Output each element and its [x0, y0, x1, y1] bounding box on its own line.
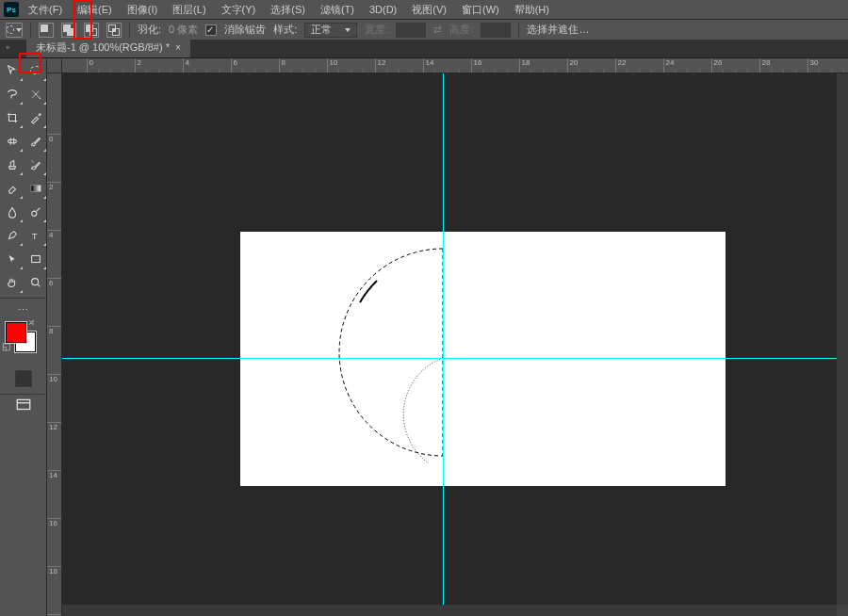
menu-image[interactable]: 图像(I): [122, 1, 163, 19]
menu-3d[interactable]: 3D(D): [364, 2, 402, 17]
separator: [30, 23, 31, 38]
style-dropdown[interactable]: 正常: [304, 23, 357, 38]
selection-add-button[interactable]: [61, 23, 76, 38]
selection-new-button[interactable]: [39, 23, 54, 38]
tools-panel: T ⋯ ⤭ ◱: [0, 58, 47, 616]
svg-point-2: [31, 211, 36, 216]
app-icon-ps: Ps: [4, 2, 19, 17]
separator: [129, 23, 130, 38]
canvas-area: 02468101214161820222426283032: [62, 58, 848, 616]
document-tab-bar: » 未标题-1 @ 100%(RGB/8#) * ×: [0, 40, 848, 58]
pen-tool[interactable]: [0, 223, 24, 247]
eraser-tool[interactable]: [0, 176, 24, 200]
menu-edit[interactable]: 编辑(E): [72, 1, 118, 19]
gradient-tool[interactable]: [24, 176, 47, 200]
menu-select[interactable]: 选择(S): [265, 1, 311, 19]
history-brush-tool[interactable]: [24, 153, 47, 176]
horizontal-guide[interactable]: [62, 358, 848, 359]
width-label: 宽度:: [365, 23, 388, 37]
quick-selection-tool[interactable]: [24, 82, 47, 105]
menu-bar: Ps 文件(F) 编辑(E) 图像(I) 图层(L) 文字(Y) 选择(S) 滤…: [0, 0, 848, 19]
menu-filter[interactable]: 滤镜(T): [315, 1, 360, 19]
menu-view[interactable]: 视图(V): [406, 1, 452, 19]
spot-healing-tool[interactable]: [0, 129, 24, 153]
eyedropper-tool[interactable]: [24, 105, 47, 129]
selection-marquee-large-arc: [339, 249, 443, 456]
selection-marquee-small-arc: [403, 358, 443, 463]
hand-tool[interactable]: [0, 270, 24, 294]
current-tool-preset[interactable]: [6, 23, 23, 38]
blur-tool[interactable]: [0, 200, 24, 223]
chevron-down-icon: [345, 28, 351, 32]
brush-tool[interactable]: [24, 129, 47, 153]
default-colors-icon[interactable]: ◱: [2, 341, 10, 351]
menu-layer[interactable]: 图层(L): [167, 1, 211, 19]
type-tool[interactable]: T: [24, 223, 47, 247]
selection-intersect-button[interactable]: [106, 23, 122, 38]
screen-mode-button[interactable]: [0, 394, 46, 415]
feather-value[interactable]: 0 像素: [169, 23, 198, 37]
antialias-label: 消除锯齿: [224, 23, 266, 37]
foreground-color-swatch[interactable]: [6, 322, 26, 343]
elliptical-marquee-tool[interactable]: [24, 58, 47, 82]
crop-tool[interactable]: [0, 105, 24, 129]
antialias-checkbox[interactable]: [205, 24, 217, 36]
main-area: T ⋯ ⤭ ◱ 0246810121416182022 024681012141…: [0, 58, 848, 616]
height-label: 高度:: [449, 23, 473, 37]
style-value: 正常: [311, 23, 332, 37]
vertical-guide[interactable]: [443, 73, 444, 616]
document-tab-title: 未标题-1 @ 100%(RGB/8#) *: [36, 41, 170, 55]
menu-help[interactable]: 帮助(H): [509, 1, 555, 19]
path-selection-tool[interactable]: [0, 247, 24, 270]
ruler-origin-corner[interactable]: [47, 58, 62, 73]
svg-text:T: T: [31, 230, 37, 240]
dodge-tool[interactable]: [24, 200, 47, 223]
clone-stamp-tool[interactable]: [0, 153, 24, 176]
horizontal-ruler[interactable]: 02468101214161820222426283032: [62, 58, 848, 73]
menu-type[interactable]: 文字(Y): [216, 1, 262, 19]
menu-window[interactable]: 窗口(W): [456, 1, 505, 19]
color-swatches: ⤭ ◱: [0, 318, 46, 367]
path-stroke-segment: [360, 281, 377, 302]
swap-wh-icon: ⇄: [433, 24, 442, 36]
canvas-viewport[interactable]: [62, 73, 848, 616]
document-tab[interactable]: 未标题-1 @ 100%(RGB/8#) * ×: [26, 38, 190, 57]
select-and-mask-button[interactable]: 选择并遮住…: [527, 23, 589, 37]
separator: [518, 23, 519, 38]
quick-mask-toggle[interactable]: [0, 367, 46, 390]
swap-colors-icon[interactable]: ⤭: [28, 318, 35, 327]
options-bar: 羽化: 0 像素 消除锯齿 样式: 正常 宽度: ⇄ 高度: 选择并遮住…: [0, 19, 848, 40]
style-label: 样式:: [273, 23, 297, 37]
svg-rect-6: [17, 399, 30, 409]
chevron-down-icon: [16, 28, 22, 32]
panel-collapse-icon[interactable]: »: [6, 43, 9, 52]
vertical-ruler[interactable]: 0246810121416182022: [47, 58, 62, 616]
zoom-tool[interactable]: [24, 270, 47, 294]
svg-point-5: [31, 278, 38, 284]
edit-toolbar-button[interactable]: ⋯: [0, 302, 46, 318]
lasso-tool[interactable]: [0, 82, 24, 105]
svg-rect-0: [8, 139, 16, 143]
move-tool[interactable]: [0, 58, 24, 82]
width-field: [396, 23, 426, 38]
height-field: [481, 23, 511, 38]
horizontal-scrollbar[interactable]: [62, 605, 837, 616]
close-tab-button[interactable]: ×: [175, 42, 181, 53]
svg-rect-4: [31, 255, 40, 262]
document-canvas[interactable]: [240, 232, 726, 486]
selection-subtract-button[interactable]: [84, 23, 99, 38]
svg-rect-1: [30, 185, 41, 191]
scrollbar-corner: [837, 605, 848, 616]
ellipse-marquee-icon: [7, 25, 14, 34]
vertical-scrollbar[interactable]: [837, 73, 848, 605]
feather-label: 羽化:: [138, 23, 161, 37]
rectangle-shape-tool[interactable]: [24, 247, 47, 270]
menu-file[interactable]: 文件(F): [23, 1, 68, 19]
